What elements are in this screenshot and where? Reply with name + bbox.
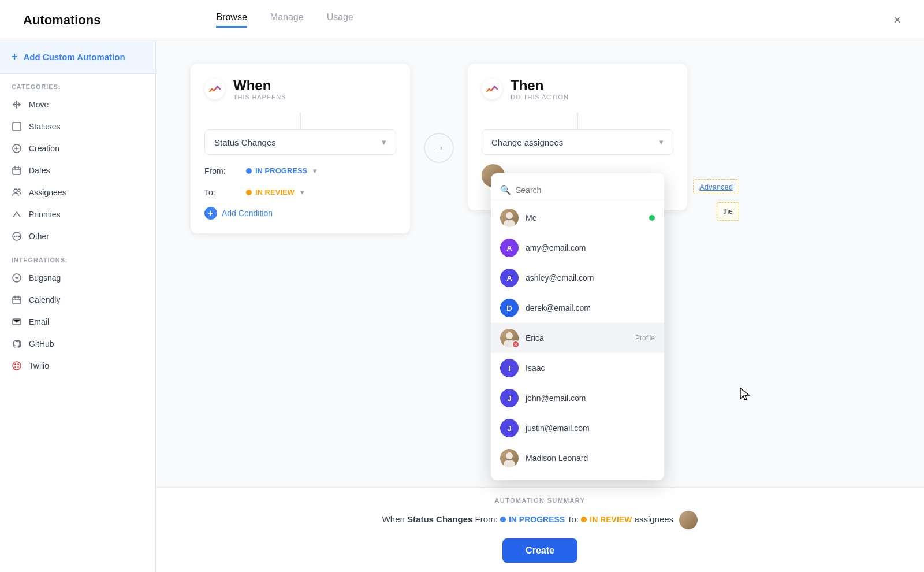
svg-point-4: [18, 189, 20, 191]
dropdown-item-amy[interactable]: A amy@email.com: [491, 233, 664, 263]
svg-point-18: [504, 220, 515, 227]
svg-point-14: [17, 363, 19, 365]
dropdown-item-me[interactable]: Me: [491, 203, 664, 233]
sidebar-item-label: Statuses: [29, 122, 60, 131]
action-chevron-icon: ▾: [659, 137, 664, 147]
sidebar-item-label: Dates: [29, 166, 50, 175]
sidebar-item-label: Assignees: [29, 188, 66, 197]
add-condition-icon: +: [204, 207, 217, 220]
sidebar-item-other[interactable]: Other: [0, 225, 155, 247]
svg-point-7: [14, 236, 16, 237]
john-avatar: J: [500, 389, 519, 407]
sidebar-item-dates[interactable]: Dates: [0, 159, 155, 181]
svg-point-19: [506, 332, 513, 339]
when-title-block: When THIS HAPPENS: [233, 77, 286, 101]
svg-rect-0: [13, 122, 21, 131]
svg-point-15: [14, 366, 16, 368]
sidebar-item-calendly[interactable]: Calendly: [0, 289, 155, 311]
sidebar-item-label: Twilio: [29, 361, 49, 370]
sidebar-item-label: Creation: [29, 144, 59, 153]
svg-point-17: [506, 212, 513, 219]
sidebar-item-statuses[interactable]: Statuses: [0, 116, 155, 138]
from-label: From:: [204, 166, 233, 176]
header: Automations Browse Manage Usage ×: [0, 0, 924, 40]
summary-to-value: IN REVIEW: [590, 515, 632, 524]
from-row: From: IN PROGRESS ▾: [204, 164, 396, 177]
to-row: To: IN REVIEW ▾: [204, 185, 396, 199]
when-connector: [300, 112, 301, 129]
advanced-hint: the: [717, 202, 739, 221]
from-chevron-icon: ▾: [313, 167, 316, 175]
from-status-dot: [246, 168, 252, 174]
justin-label: justin@email.com: [526, 424, 655, 433]
add-custom-automation-button[interactable]: + Add Custom Automation: [0, 40, 155, 74]
sidebar-item-label: Bugsnag: [29, 273, 61, 283]
madison-avatar: [500, 449, 519, 467]
erica-profile-link[interactable]: Profile: [635, 334, 655, 342]
summary-to-label: To:: [567, 514, 581, 524]
search-input[interactable]: [516, 185, 655, 195]
me-status-dot: [649, 215, 655, 221]
dropdown-item-erica[interactable]: × Erica Profile: [491, 323, 664, 353]
clickup-logo-icon: [208, 82, 222, 96]
when-subtitle: THIS HAPPENS: [233, 94, 286, 101]
isaac-label: Isaac: [526, 363, 655, 373]
tab-usage[interactable]: Usage: [327, 12, 353, 28]
amy-avatar: A: [500, 239, 519, 257]
summary-from-label: From:: [475, 514, 500, 524]
trigger-select[interactable]: Status Changes ▾: [204, 129, 396, 155]
bugsnag-icon: [12, 273, 22, 283]
summary-when: When: [382, 514, 407, 524]
page-title: Automations: [23, 13, 100, 28]
creation-icon: [12, 143, 22, 154]
sidebar-item-email[interactable]: Email: [0, 311, 155, 333]
tab-browse[interactable]: Browse: [216, 12, 247, 28]
dropdown-item-john[interactable]: J john@email.com: [491, 383, 664, 413]
erica-label: Erica: [526, 333, 628, 343]
to-status-badge[interactable]: IN REVIEW ▾: [240, 185, 310, 199]
advanced-link[interactable]: Advanced: [699, 183, 733, 191]
summary-from-dot: [500, 517, 506, 522]
tab-manage[interactable]: Manage: [270, 12, 304, 28]
close-button[interactable]: ×: [893, 13, 901, 28]
then-clickup-logo-icon: [485, 82, 499, 96]
svg-point-21: [506, 452, 513, 459]
sidebar-item-assignees[interactable]: Assignees: [0, 181, 155, 203]
summary-to-badge: IN REVIEW: [581, 515, 632, 524]
dropdown-item-ashley[interactable]: A ashley@email.com: [491, 263, 664, 293]
add-condition-button[interactable]: + Add Condition: [204, 207, 396, 220]
sidebar-item-bugsnag[interactable]: Bugsnag: [0, 267, 155, 289]
action-select[interactable]: Change assignees ▾: [482, 129, 673, 155]
erica-remove-badge: ×: [512, 340, 520, 348]
cursor: [739, 387, 751, 403]
isaac-avatar: I: [500, 359, 519, 377]
sidebar-item-creation[interactable]: Creation: [0, 138, 155, 159]
svg-point-12: [13, 362, 21, 370]
then-title: Then: [511, 77, 569, 94]
dropdown-item-derek[interactable]: D derek@email.com: [491, 293, 664, 323]
when-title: When: [233, 77, 286, 94]
dropdown-item-justin[interactable]: J justin@email.com: [491, 413, 664, 443]
add-custom-label: Add Custom Automation: [24, 52, 125, 62]
automation-summary-label: AUTOMATION SUMMARY: [495, 497, 586, 504]
sidebar-item-twilio[interactable]: Twilio: [0, 355, 155, 377]
to-status-value: IN REVIEW: [255, 188, 295, 196]
sidebar-item-github[interactable]: GitHub: [0, 333, 155, 355]
sidebar-item-move[interactable]: Move: [0, 94, 155, 116]
to-status-dot: [246, 190, 252, 195]
derek-avatar: D: [500, 299, 519, 317]
trigger-value: Status Changes: [214, 138, 276, 147]
svg-point-16: [17, 366, 19, 368]
dropdown-item-isaac[interactable]: I Isaac: [491, 353, 664, 383]
svg-rect-10: [13, 297, 21, 304]
assignees-icon: [12, 187, 22, 198]
arrow-icon: →: [433, 140, 445, 155]
sidebar-item-priorities[interactable]: Priorities: [0, 203, 155, 225]
summary-from-value: IN PROGRESS: [509, 515, 565, 524]
from-status-badge[interactable]: IN PROGRESS ▾: [240, 164, 322, 177]
main-layout: + Add Custom Automation CATEGORIES: Move…: [0, 40, 924, 572]
dropdown-item-madison[interactable]: Madison Leonard: [491, 443, 664, 473]
sidebar-item-label: Email: [29, 317, 49, 326]
then-logo: [482, 79, 502, 99]
create-button[interactable]: Create: [502, 538, 578, 563]
